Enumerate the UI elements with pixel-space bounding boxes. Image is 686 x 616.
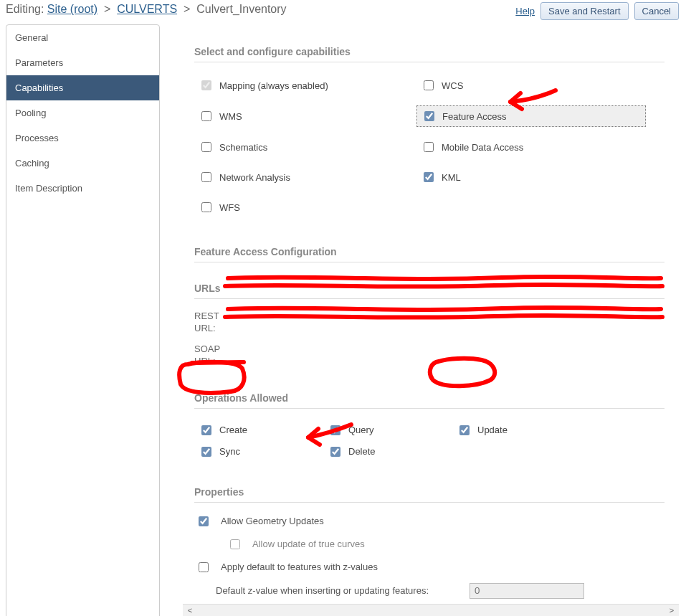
prop-default-z-input [470,583,584,599]
op-sync[interactable]: Sync [194,443,323,460]
save-restart-button[interactable]: Save and Restart [540,2,628,20]
cap-schematics-checkbox[interactable] [201,142,211,152]
sidebar-item-caching[interactable]: Caching [6,151,159,176]
cap-wfs-checkbox[interactable] [201,202,211,212]
op-query[interactable]: Query [323,422,452,439]
cap-mobile-data-checkbox[interactable] [424,142,434,152]
prop-true-curves-checkbox[interactable] [230,539,240,549]
op-delete-checkbox[interactable] [330,447,340,457]
scroll-right-icon[interactable]: > [667,606,677,615]
cap-wcs[interactable]: WCS [416,75,646,95]
crumb-site[interactable]: Site (root) [47,3,97,15]
sidebar-item-capabilities[interactable]: Capabilities [6,75,159,100]
cap-feature-access[interactable]: Feature Access [416,105,646,127]
op-query-checkbox[interactable] [330,425,340,435]
capabilities-header: Select and configure capabilities [194,46,664,62]
op-sync-checkbox[interactable] [201,447,211,457]
crumb-service: Culvert_Inventory [196,3,286,15]
prop-allow-geom[interactable]: Allow Geometry Updates [194,510,664,533]
ops-header: Operations Allowed [194,392,664,409]
cap-kml-checkbox[interactable] [424,172,434,182]
urls-header: URLs [194,283,664,299]
horizontal-scrollbar[interactable]: < > [183,604,679,616]
cap-mobile-data[interactable]: Mobile Data Access [416,137,646,157]
crumb-folder[interactable]: CULVERTS [117,3,177,15]
cap-wms[interactable]: WMS [194,105,416,127]
cap-feature-access-checkbox[interactable] [424,111,434,121]
fac-header: Feature Access Configuration [194,246,664,262]
prop-allow-geom-checkbox[interactable] [199,516,209,526]
rest-url-row: REST URL: [194,306,664,339]
sidebar-item-general[interactable]: General [6,25,159,50]
cap-mapping: Mapping (always enabled) [194,75,416,95]
prop-default-z: Default z-value when inserting or updati… [194,579,664,603]
sidebar: General Parameters Capabilities Pooling … [6,24,160,616]
prop-apply-z[interactable]: Apply default to features with z-values [194,556,664,579]
props-header: Properties [194,486,664,503]
cap-wfs[interactable]: WFS [194,197,416,217]
help-link[interactable]: Help [515,6,535,16]
sidebar-item-pooling[interactable]: Pooling [6,100,159,125]
soap-url-row: SOAP URL: [194,339,664,372]
op-create[interactable]: Create [194,422,323,439]
op-update-checkbox[interactable] [459,425,470,435]
cap-network-analysis[interactable]: Network Analysis [194,167,416,187]
sidebar-item-item-description[interactable]: Item Description [6,176,159,201]
sidebar-item-processes[interactable]: Processes [6,125,159,151]
cap-network-analysis-checkbox[interactable] [201,172,211,182]
op-delete[interactable]: Delete [323,443,452,460]
prop-true-curves[interactable]: Allow update of true curves [194,533,664,556]
prop-apply-z-checkbox[interactable] [199,562,209,572]
cap-wcs-checkbox[interactable] [424,80,434,90]
cap-schematics[interactable]: Schematics [194,137,416,157]
op-create-checkbox[interactable] [201,425,211,435]
cap-wms-checkbox[interactable] [201,111,211,121]
scroll-left-icon[interactable]: < [185,606,195,615]
cap-kml[interactable]: KML [416,167,646,187]
op-update[interactable]: Update [452,422,581,439]
cap-mapping-checkbox [201,80,211,90]
cancel-button[interactable]: Cancel [634,2,679,20]
sidebar-item-parameters[interactable]: Parameters [6,50,159,75]
